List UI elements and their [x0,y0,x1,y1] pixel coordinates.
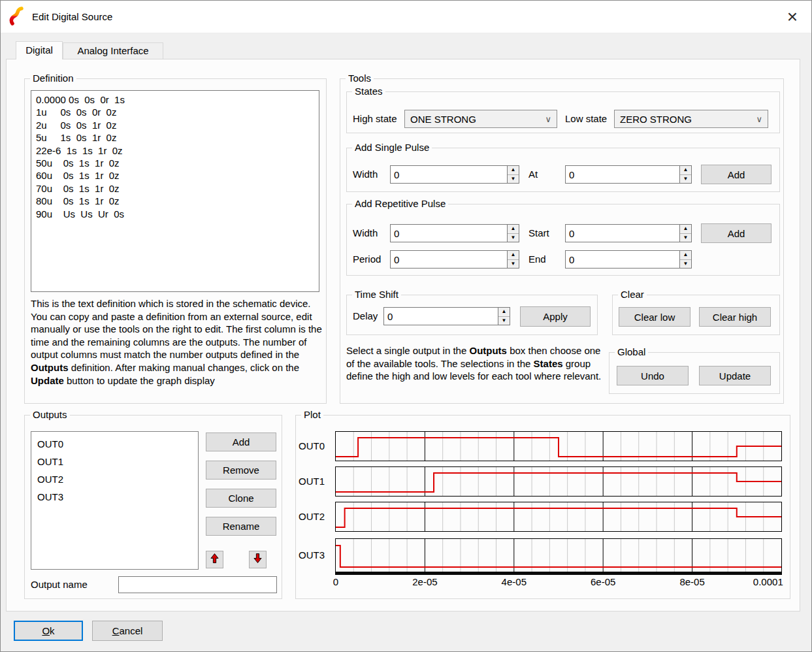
repetitive-start-input[interactable] [565,224,680,242]
waveform-OUT2 [335,502,782,532]
repetitive-period-input[interactable] [390,250,508,269]
clear-low-button[interactable]: Clear low [619,307,690,327]
edit-digital-source-dialog: Edit Digital Source × Digital Analog Int… [0,0,812,652]
x-axis-tick-label: 4e-05 [502,576,527,587]
output-name-label: Output name [31,576,88,594]
repetitive-period-spinner: ▲ ▼ [508,250,519,269]
single-pulse-width-label: Width [353,165,378,184]
single-pulse-width-spinner: ▲ ▼ [508,165,519,184]
spinner-up-icon[interactable]: ▲ [508,225,519,234]
delay-spinner: ▲ ▼ [498,307,510,325]
list-item-output[interactable]: OUT0 [31,435,198,453]
low-state-select[interactable]: ZERO STRONG ∨ [614,110,768,128]
add-repetitive-pulse-group: Add Repetitive Pulse Width ▲ ▼ Start ▲ ▼ [346,204,780,276]
waveform-OUT1 [335,466,782,497]
output-remove-button[interactable]: Remove [206,461,276,480]
spinner-up-icon[interactable]: ▲ [680,251,691,260]
spinner-down-icon[interactable]: ▼ [680,234,691,242]
definition-group-label: Definition [30,73,76,84]
tools-note: Select a single output in the Outputs bo… [346,344,602,383]
tools-group-label: Tools [346,73,374,84]
output-add-button[interactable]: Add [206,432,276,451]
spinner-up-icon[interactable]: ▲ [498,308,510,317]
repetitive-end-input[interactable] [565,250,680,269]
spinner-up-icon[interactable]: ▲ [508,251,519,260]
repetitive-width-spinner: ▲ ▼ [508,224,519,242]
global-group-label: Global [615,346,648,357]
definition-group: Definition 0.0000 0s 0s 0r 1s 1u 0s 0s 0… [24,78,327,404]
output-rename-button[interactable]: Rename [206,517,276,536]
repetitive-width-input[interactable] [390,224,508,242]
repetitive-period-label: Period [353,250,381,269]
high-state-select[interactable]: ONE STRONG ∨ [404,110,557,128]
chevron-down-icon: ∨ [545,114,551,124]
states-group-label: States [352,86,385,97]
tools-group: Tools States High state ONE STRONG ∨ Low… [340,78,784,404]
move-down-icon [253,553,262,566]
spinner-down-icon[interactable]: ▼ [680,175,691,184]
move-down-button[interactable] [249,551,267,568]
spinner-down-icon[interactable]: ▼ [508,260,519,269]
list-item-output[interactable]: OUT2 [31,470,198,488]
repetitive-end-label: End [528,250,546,269]
x-axis-tick-label: 6e-05 [591,576,615,587]
clear-group-label: Clear [618,289,647,300]
time-shift-group-label: Time Shift [352,289,401,300]
low-state-value: ZERO STRONG [620,114,692,125]
outputs-group-label: Outputs [30,409,70,420]
spinner-down-icon[interactable]: ▼ [498,317,510,325]
low-state-label: Low state [565,110,607,128]
plot-output-label: OUT2 [299,502,334,532]
spinner-down-icon[interactable]: ▼ [680,260,691,269]
x-axis-tick-label: 0 [333,576,338,587]
x-axis-tick-label: 0.0001 [753,576,783,587]
add-repetitive-pulse-group-label: Add Repetitive Pulse [352,198,448,209]
delay-label: Delay [353,307,378,325]
global-group: Global Undo Update [609,352,780,394]
outputs-list[interactable]: OUT0OUT1OUT2OUT3 [31,431,199,570]
undo-button[interactable]: Undo [617,366,689,385]
update-button[interactable]: Update [699,366,771,385]
delay-input[interactable] [383,307,498,325]
clear-group: Clear Clear low Clear high [612,295,780,335]
spinner-up-icon[interactable]: ▲ [680,225,691,234]
spinner-down-icon[interactable]: ▼ [508,234,519,242]
single-pulse-width-input[interactable] [390,165,508,184]
move-up-icon [210,553,219,566]
clear-high-button[interactable]: Clear high [699,307,771,327]
list-item-output[interactable]: OUT1 [31,453,198,470]
tab-digital[interactable]: Digital [16,41,63,59]
single-pulse-at-label: At [528,165,538,184]
app-icon [8,6,24,28]
repetitive-start-spinner: ▲ ▼ [680,224,692,242]
window-title: Edit Digital Source [32,11,112,22]
plot-output-label: OUT1 [299,466,334,497]
move-up-button[interactable] [206,551,223,568]
spinner-up-icon[interactable]: ▲ [508,166,519,175]
plot-group-label: Plot [301,409,323,420]
single-pulse-at-input[interactable] [565,165,680,184]
repetitive-end-spinner: ▲ ▼ [680,250,692,269]
x-axis-tick-label: 2e-05 [412,576,437,587]
add-single-pulse-group-label: Add Single Pulse [352,142,432,153]
repetitive-add-button[interactable]: Add [701,223,771,243]
definition-description: This is the text definition which is sto… [31,297,329,387]
plot-group: Plot OUT0OUT1OUT2OUT302e-054e-056e-058e-… [295,415,790,599]
spinner-up-icon[interactable]: ▲ [680,166,691,175]
definition-textarea[interactable]: 0.0000 0s 0s 0r 1s 1u 0s 0s 0r 0z 2u 0s … [31,90,319,292]
tab-analog-interface[interactable]: Analog Interface [63,42,163,59]
single-pulse-add-button[interactable]: Add [701,165,771,184]
output-clone-button[interactable]: Clone [206,489,276,508]
close-button[interactable]: × [780,5,805,29]
cancel-button[interactable]: Cancel [92,621,163,641]
list-item-output[interactable]: OUT3 [31,488,198,506]
apply-button[interactable]: Apply [520,306,591,327]
add-single-pulse-group: Add Single Pulse Width ▲ ▼ At ▲ ▼ [346,148,780,192]
outputs-group: Outputs OUT0OUT1OUT2OUT3 Add Remove Clon… [24,415,282,599]
repetitive-start-label: Start [528,224,549,242]
output-name-input[interactable] [118,576,277,593]
ok-button[interactable]: Ok [14,621,83,641]
waveform-OUT3 [335,538,782,572]
spinner-down-icon[interactable]: ▼ [508,175,519,184]
plot-output-label: OUT3 [299,538,334,572]
